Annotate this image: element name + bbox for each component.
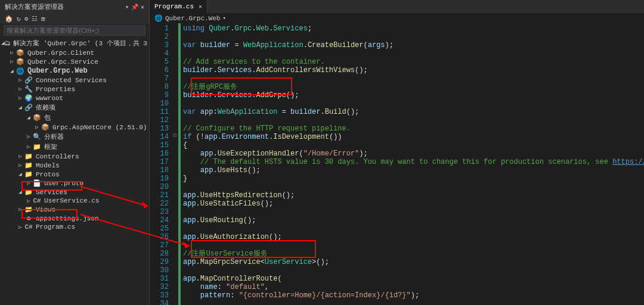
tree-item[interactable]: ▷🔧Properties <box>0 85 149 94</box>
tree-label: Quber.Grpc.Client <box>27 49 94 57</box>
caret-icon[interactable]: ▷ <box>25 133 32 140</box>
caret-icon[interactable]: ▷ <box>33 124 41 130</box>
caret-icon[interactable]: ◢ <box>17 171 24 178</box>
solution-icon: 🗂 <box>4 39 11 47</box>
solution-label: 解决方案 'Quber.Grpc' (3 个项目，共 3 个) <box>13 39 149 48</box>
tree-label: 框架 <box>44 142 57 151</box>
pin-icon[interactable]: 📌 <box>131 4 138 11</box>
file-icon: 🔍 <box>32 133 42 141</box>
file-icon: 🔧 <box>24 85 33 93</box>
file-icon: 📄 <box>32 179 42 187</box>
tree-label: Models <box>36 162 60 169</box>
code-area[interactable]: 1234567891011121314151617181920212223242… <box>150 23 644 305</box>
sidebar-header: 解决方案资源管理器 ▾ 📌 ✕ <box>0 0 149 14</box>
file-icon: 📦 <box>32 114 42 122</box>
sync-icon[interactable]: ↻ <box>17 15 21 23</box>
sidebar-title: 解决方案资源管理器 <box>5 2 123 11</box>
tree-item[interactable]: ◢📁Services <box>0 188 149 197</box>
tree-item[interactable]: ▷📦Quber.Grpc.Client <box>0 48 149 57</box>
caret-icon[interactable]: ▷ <box>17 153 24 160</box>
caret-icon[interactable]: ▷ <box>17 162 24 169</box>
caret-icon[interactable]: ▷ <box>25 144 32 150</box>
tree-item[interactable]: ◢📁Protos <box>0 170 149 179</box>
file-icon: 📁 <box>24 170 33 178</box>
tree-label: Controllers <box>36 153 79 160</box>
tree-item[interactable]: ▷📁Models <box>0 161 149 170</box>
file-icon: C# <box>24 223 33 231</box>
tree-item[interactable]: ▷📁Controllers <box>0 152 149 161</box>
close-icon[interactable]: ✕ <box>199 3 202 10</box>
file-icon: 📦 <box>16 49 25 57</box>
file-icon: 🔗 <box>24 76 33 84</box>
caret-icon[interactable]: ▷ <box>25 180 32 186</box>
dropdown-icon[interactable]: ▾ <box>125 4 129 11</box>
caret-icon[interactable]: ▷ <box>8 49 16 56</box>
tree-item[interactable]: ▷C#UserService.cs <box>0 197 149 205</box>
file-icon: 📁 <box>32 143 42 151</box>
tree-item[interactable]: ▷📦Quber.Grpc.Service <box>0 57 149 66</box>
tree-label: Grpc.AspNetCore (2.51.0) <box>52 124 147 131</box>
tree-label: Program.cs <box>36 223 75 231</box>
caret-icon[interactable]: ◢ <box>17 189 24 195</box>
tree-item[interactable]: ◢🌐Quber.Grpc.Web <box>0 66 149 76</box>
sidebar-search <box>0 24 149 37</box>
caret-icon[interactable]: ▷ <box>25 198 32 204</box>
close-icon[interactable]: ✕ <box>141 4 144 11</box>
caret-icon[interactable]: ▷ <box>17 206 24 213</box>
tree-item[interactable]: ▷🌍wwwroot <box>0 94 149 102</box>
search-input[interactable] <box>4 25 145 36</box>
solution-tree: ◢ 🗂 解决方案 'Quber.Grpc' (3 个项目，共 3 个) ▷📦Qu… <box>0 37 149 305</box>
caret-icon[interactable]: ▷ <box>8 58 16 65</box>
file-icon: C# <box>32 197 42 204</box>
tree-item[interactable]: ▷🔗Connected Services <box>0 76 149 85</box>
tool-icon[interactable]: ⚙ <box>24 15 29 23</box>
tree-label: Services <box>36 189 67 196</box>
tree-label: Quber.Grpc.Web <box>27 67 88 75</box>
tool-icon[interactable]: ☷ <box>32 15 38 23</box>
file-icon: 🌍 <box>24 94 33 102</box>
file-icon: ⚙ <box>24 214 33 222</box>
tree-label: user.proto <box>44 180 83 187</box>
breadcrumb[interactable]: 🌐 Quber.Grpc.Web ▾ <box>150 13 644 23</box>
caret-icon[interactable]: ▷ <box>17 86 24 92</box>
tree-label: 包 <box>44 113 51 122</box>
caret-icon[interactable]: ◢ <box>25 114 32 121</box>
solution-node[interactable]: ◢ 🗂 解决方案 'Quber.Grpc' (3 个项目，共 3 个) <box>0 38 149 48</box>
tree-label: Protos <box>36 171 60 178</box>
line-numbers: 1234567891011121314151617181920212223242… <box>150 23 171 305</box>
chevron-down-icon[interactable]: ▾ <box>222 15 225 21</box>
tree-item[interactable]: ▷🔍分析器 <box>0 132 149 142</box>
caret-icon[interactable]: ◢ <box>8 68 16 74</box>
file-icon: 📁 <box>24 161 33 169</box>
tree-item[interactable]: ▷📁Views <box>0 205 149 214</box>
sidebar-toolbar: 🏠 ↻ ⚙ ☷ ⊞ <box>0 14 149 24</box>
file-icon: 📦 <box>41 123 50 131</box>
tree-item[interactable]: ▷📦Grpc.AspNetCore (2.51.0) <box>0 123 149 132</box>
tree-item[interactable]: ▷C#Program.cs <box>0 223 149 231</box>
fold-gutter[interactable]: ⊟ <box>171 23 178 305</box>
solution-explorer: 解决方案资源管理器 ▾ 📌 ✕ 🏠 ↻ ⚙ ☷ ⊞ ◢ 🗂 解决方案 'Qube… <box>0 0 150 305</box>
tree-label: UserService.cs <box>44 197 99 204</box>
tree-label: Views <box>36 206 55 213</box>
file-icon: 🔗 <box>24 104 33 111</box>
caret-icon[interactable]: ▷ <box>17 77 24 83</box>
editor-pane: Program.cs ✕ 🌐 Quber.Grpc.Web ▾ 12345678… <box>150 0 644 305</box>
tree-item[interactable]: ◢📦包 <box>0 113 149 123</box>
home-icon[interactable]: 🏠 <box>5 15 13 23</box>
tree-label: 分析器 <box>44 132 64 141</box>
tab-program[interactable]: Program.cs ✕ <box>150 0 208 13</box>
file-icon: 📁 <box>24 152 33 160</box>
caret-icon[interactable]: ▷ <box>17 224 24 231</box>
tool-icon[interactable]: ⊞ <box>41 15 45 23</box>
tree-label: Connected Services <box>36 77 107 84</box>
tree-label: Properties <box>36 86 75 93</box>
caret-icon[interactable]: ◢ <box>17 104 24 111</box>
tree-item[interactable]: ◢🔗依赖项 <box>0 102 149 113</box>
code-text[interactable]: using Quber.Grpc.Web.Services;var builde… <box>181 23 644 305</box>
file-icon: 📁 <box>24 188 33 196</box>
tree-item[interactable]: ▷📄user.proto <box>0 179 149 188</box>
caret-icon[interactable]: ▷ <box>17 95 24 101</box>
tree-item[interactable]: ⚙appsettings.json <box>0 214 149 223</box>
tree-item[interactable]: ▷📁框架 <box>0 142 149 152</box>
tree-label: wwwroot <box>36 95 63 102</box>
